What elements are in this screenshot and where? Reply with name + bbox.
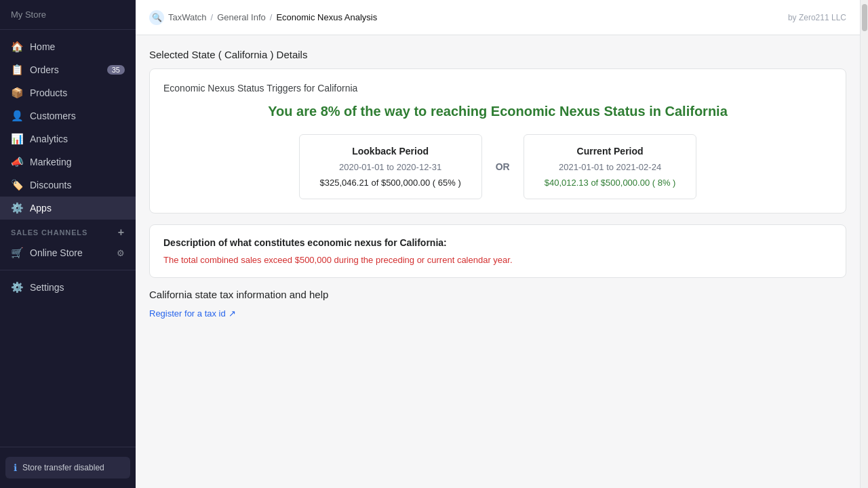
- lookback-period-dates: 2020-01-01 to 2020-12-31: [320, 162, 461, 172]
- add-channel-button[interactable]: +: [118, 226, 125, 239]
- orders-icon: 📋: [11, 64, 23, 76]
- main-content: 🔍 TaxWatch / General Info / Economic Nex…: [136, 0, 860, 488]
- breadcrumb-general-info-link[interactable]: General Info: [217, 12, 266, 22]
- analytics-icon: 📊: [11, 133, 23, 145]
- sidebar-item-label-customers: Customers: [30, 110, 76, 121]
- lookback-period-title: Lookback Period: [320, 146, 461, 157]
- sidebar-nav: 🏠 Home 📋 Orders 35 📦 Products 👤 Customer…: [0, 30, 136, 447]
- page-content: Selected State ( California ) Details Ec…: [136, 35, 860, 488]
- sidebar-item-label-discounts: Discounts: [30, 180, 71, 190]
- lookback-period-box: Lookback Period 2020-01-01 to 2020-12-31…: [299, 134, 482, 199]
- sidebar-logo: My Store: [0, 0, 136, 30]
- sidebar-item-apps[interactable]: ⚙️ Apps: [0, 197, 136, 220]
- external-link-icon: ↗: [229, 308, 236, 319]
- lookback-period-amount: $325,046.21 of $500,000.00 ( 65% ): [320, 178, 461, 188]
- sidebar-item-online-store[interactable]: 🛒 Online Store ⚙: [0, 241, 136, 264]
- current-period-dates: 2021-01-01 to 2021-02-24: [545, 162, 676, 172]
- sidebar-item-home[interactable]: 🏠 Home: [0, 35, 136, 58]
- or-divider: OR: [482, 161, 524, 172]
- breadcrumb-sep-2: /: [270, 12, 273, 22]
- sidebar-item-orders[interactable]: 📋 Orders 35: [0, 58, 136, 81]
- sidebar-item-label-home: Home: [30, 41, 55, 52]
- products-icon: 📦: [11, 87, 23, 99]
- periods-container: Lookback Period 2020-01-01 to 2020-12-31…: [163, 134, 832, 199]
- customers-icon: 👤: [11, 110, 23, 122]
- sidebar-item-label-analytics: Analytics: [30, 134, 68, 144]
- channels-section-label: SALES CHANNELS +: [0, 220, 136, 241]
- taxwatch-app-icon: 🔍: [149, 10, 164, 25]
- breadcrumb-sep-1: /: [211, 12, 214, 22]
- info-icon: ℹ: [14, 462, 17, 473]
- info-section-title: California state tax information and hel…: [149, 289, 846, 300]
- current-period-amount: $40,012.13 of $500,000.00 ( 8% ): [545, 178, 676, 188]
- settings-icon: ⚙️: [11, 281, 23, 293]
- breadcrumb: 🔍 TaxWatch / General Info / Economic Nex…: [149, 10, 377, 25]
- settings-label: Settings: [30, 282, 64, 293]
- info-section: California state tax information and hel…: [149, 289, 846, 319]
- sidebar-item-products[interactable]: 📦 Products: [0, 81, 136, 104]
- sidebar: My Store 🏠 Home 📋 Orders 35 📦 Products 👤…: [0, 0, 136, 488]
- current-period-box: Current Period 2021-01-01 to 2021-02-24 …: [524, 134, 697, 199]
- page-section-title: Selected State ( California ) Details: [149, 49, 846, 60]
- online-store-icon: 🛒: [11, 247, 23, 259]
- description-card: Description of what constitutes economic…: [149, 224, 846, 278]
- store-transfer-label: Store transfer disabled: [22, 463, 104, 472]
- breadcrumb-current: Economic Nexus Analysis: [276, 12, 377, 22]
- topbar: 🔍 TaxWatch / General Info / Economic Nex…: [136, 0, 860, 35]
- sidebar-item-marketing[interactable]: 📣 Marketing: [0, 150, 136, 174]
- nexus-triggers-card: Economic Nexus Status Triggers for Calif…: [149, 68, 846, 214]
- sidebar-item-label-orders: Orders: [30, 64, 59, 75]
- sidebar-item-analytics[interactable]: 📊 Analytics: [0, 127, 136, 150]
- sidebar-item-customers[interactable]: 👤 Customers: [0, 104, 136, 127]
- description-title: Description of what constitutes economic…: [163, 237, 832, 248]
- online-store-label: Online Store: [30, 247, 83, 258]
- sidebar-item-discounts[interactable]: 🏷️ Discounts: [0, 174, 136, 197]
- by-label: by Zero211 LLC: [788, 13, 846, 22]
- register-link-label: Register for a tax id: [149, 308, 226, 319]
- discounts-icon: 🏷️: [11, 179, 23, 191]
- current-period-title: Current Period: [545, 146, 676, 157]
- sidebar-bottom: ℹ Store transfer disabled: [0, 447, 136, 488]
- sidebar-item-label-products: Products: [30, 87, 67, 98]
- online-store-settings-icon[interactable]: ⚙: [117, 248, 125, 258]
- scroll-thumb[interactable]: [862, 4, 867, 31]
- main-wrapper: 🔍 TaxWatch / General Info / Economic Nex…: [136, 0, 868, 488]
- description-text: The total combined sales exceed $500,000…: [163, 255, 832, 265]
- nexus-headline: You are 8% of the way to reaching Econom…: [163, 102, 832, 121]
- sidebar-item-label-marketing: Marketing: [30, 157, 71, 167]
- apps-icon: ⚙️: [11, 202, 23, 214]
- breadcrumb-app-link[interactable]: TaxWatch: [168, 12, 207, 22]
- home-icon: 🏠: [11, 41, 23, 53]
- sidebar-item-settings[interactable]: ⚙️ Settings: [0, 276, 136, 299]
- store-name: My Store: [11, 9, 46, 20]
- sidebar-item-label-apps: Apps: [30, 203, 52, 214]
- badge-orders: 35: [107, 65, 125, 75]
- marketing-icon: 📣: [11, 156, 23, 168]
- nexus-triggers-title: Economic Nexus Status Triggers for Calif…: [163, 83, 832, 94]
- register-tax-id-link[interactable]: Register for a tax id ↗: [149, 308, 236, 319]
- scrollbar-right[interactable]: [860, 0, 868, 488]
- store-transfer-notice: ℹ Store transfer disabled: [5, 457, 130, 479]
